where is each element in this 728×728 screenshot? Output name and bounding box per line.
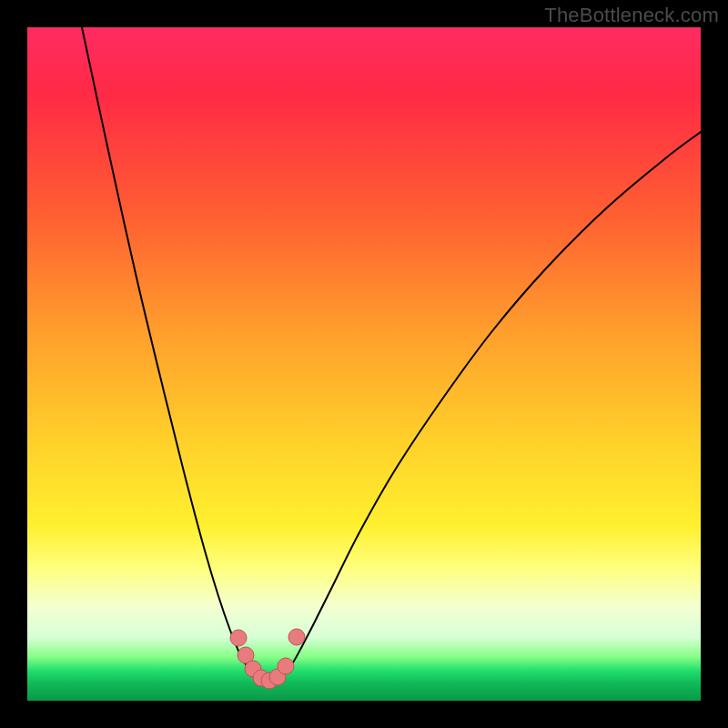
marker-group bbox=[230, 629, 305, 689]
curve-group bbox=[82, 27, 701, 682]
outer-frame: TheBottleneck.com bbox=[0, 0, 728, 728]
series-right-branch bbox=[278, 132, 701, 679]
credit-label: TheBottleneck.com bbox=[544, 4, 719, 27]
series-left-branch bbox=[82, 27, 259, 679]
chart-svg bbox=[27, 27, 701, 701]
plot-area bbox=[27, 27, 701, 701]
valley-marker bbox=[278, 658, 294, 674]
valley-marker bbox=[288, 629, 305, 645]
valley-marker bbox=[230, 630, 247, 646]
